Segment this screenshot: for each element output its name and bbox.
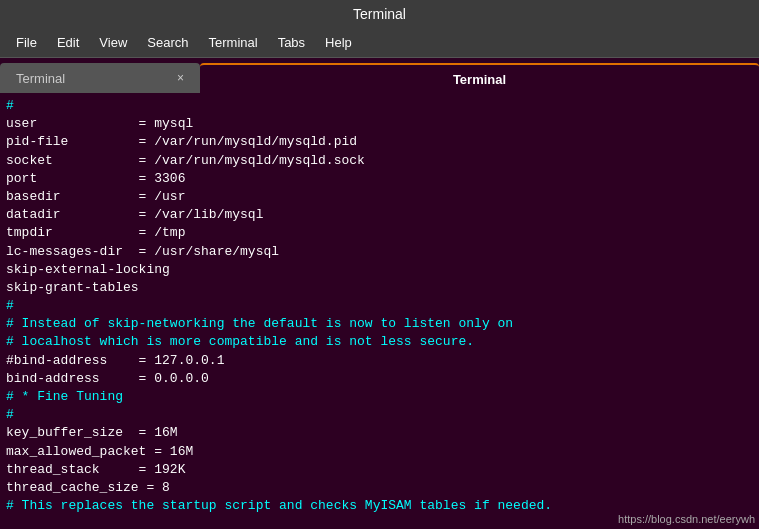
terminal-content: #user = mysqlpid-file = /var/run/mysqld/… <box>0 93 759 529</box>
tab-inactive-label: Terminal <box>16 71 65 86</box>
terminal-line: tmpdir = /tmp <box>6 224 753 242</box>
terminal-line: # <box>6 97 753 115</box>
terminal-line: pid-file = /var/run/mysqld/mysqld.pid <box>6 133 753 151</box>
terminal-line: port = 3306 <box>6 170 753 188</box>
menu-file[interactable]: File <box>8 31 45 54</box>
terminal-line: # Instead of skip-networking the default… <box>6 315 753 333</box>
window-title: Terminal <box>353 6 406 22</box>
menu-help[interactable]: Help <box>317 31 360 54</box>
tab-active-terminal[interactable]: Terminal <box>200 63 759 93</box>
terminal-line: key_buffer_size = 16M <box>6 424 753 442</box>
menu-view[interactable]: View <box>91 31 135 54</box>
tab-inactive-terminal[interactable]: Terminal × <box>0 63 200 93</box>
terminal-line: socket = /var/run/mysqld/mysqld.sock <box>6 152 753 170</box>
terminal-line: # * Fine Tuning <box>6 388 753 406</box>
terminal-line: thread_stack = 192K <box>6 461 753 479</box>
terminal-line: max_allowed_packet = 16M <box>6 443 753 461</box>
menu-terminal[interactable]: Terminal <box>201 31 266 54</box>
menu-bar: File Edit View Search Terminal Tabs Help <box>0 28 759 58</box>
terminal-line: lc-messages-dir = /usr/share/mysql <box>6 243 753 261</box>
terminal-line: bind-address = 0.0.0.0 <box>6 370 753 388</box>
tab-close-button[interactable]: × <box>177 71 184 85</box>
terminal-line: datadir = /var/lib/mysql <box>6 206 753 224</box>
tabs-row: Terminal × Terminal <box>0 58 759 93</box>
tab-active-label: Terminal <box>453 72 506 87</box>
terminal-line: # <box>6 406 753 424</box>
terminal-line: skip-external-locking <box>6 261 753 279</box>
watermark: https://blog.csdn.net/eerywh <box>618 513 755 525</box>
terminal-line: #bind-address = 127.0.0.1 <box>6 352 753 370</box>
menu-search[interactable]: Search <box>139 31 196 54</box>
menu-edit[interactable]: Edit <box>49 31 87 54</box>
terminal-line: thread_cache_size = 8 <box>6 479 753 497</box>
terminal-line: basedir = /usr <box>6 188 753 206</box>
terminal-line: skip-grant-tables <box>6 279 753 297</box>
menu-tabs[interactable]: Tabs <box>270 31 313 54</box>
title-bar: Terminal <box>0 0 759 28</box>
terminal-line: # <box>6 297 753 315</box>
terminal-line: user = mysql <box>6 115 753 133</box>
terminal-line: # localhost which is more compatible and… <box>6 333 753 351</box>
